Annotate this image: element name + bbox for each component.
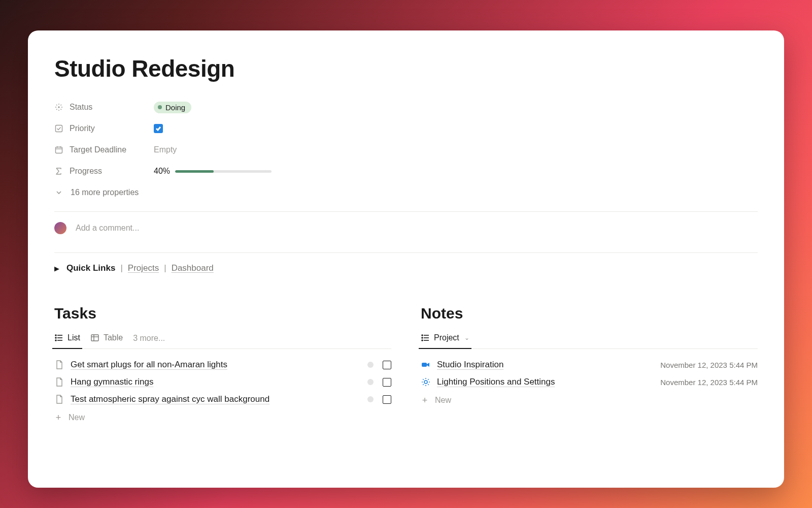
task-title[interactable]: Hang gymnastic rings <box>71 377 361 387</box>
note-date: November 12, 2023 5:44 PM <box>660 361 758 369</box>
plus-icon: + <box>54 414 62 422</box>
deadline-value[interactable]: Empty <box>154 145 177 154</box>
svg-line-37 <box>423 384 423 385</box>
chevron-down-icon: ⌄ <box>464 334 469 341</box>
priority-checkbox[interactable] <box>154 124 163 133</box>
new-task-button[interactable]: + New <box>54 408 391 427</box>
more-properties-label: 16 more properties <box>71 188 139 197</box>
svg-rect-10 <box>56 147 62 153</box>
tab-label: List <box>67 333 80 342</box>
notes-heading: Notes <box>421 305 758 322</box>
svg-point-27 <box>422 337 423 338</box>
page-title: Studio Redesign <box>54 55 758 82</box>
property-label: Priority <box>70 124 95 133</box>
quick-links-row: ▶ Quick Links | Projects | Dashboard <box>54 253 758 281</box>
property-priority[interactable]: Priority <box>54 118 758 139</box>
comment-row[interactable]: Add a comment... <box>54 212 758 244</box>
svg-line-6 <box>61 109 61 110</box>
note-list: Studio Inspiration November 12, 2023 5:4… <box>421 349 758 410</box>
tab-table[interactable]: Table <box>90 333 123 343</box>
quick-link-projects[interactable]: Projects <box>128 263 159 273</box>
quick-links-label[interactable]: Quick Links <box>66 263 115 273</box>
video-icon <box>421 360 431 370</box>
svg-line-36 <box>428 384 428 385</box>
task-checkbox[interactable] <box>383 395 391 404</box>
task-checkbox[interactable] <box>383 361 391 369</box>
properties-block: Status Doing Priority <box>54 97 758 203</box>
property-deadline[interactable]: Target Deadline Empty <box>54 139 758 161</box>
task-row[interactable]: Test atmospheric spray against cyc wall … <box>54 391 391 408</box>
task-status-icon <box>367 362 374 368</box>
avatar <box>54 222 66 234</box>
page-window: Studio Redesign Status Doing Pr <box>28 30 784 488</box>
calendar-icon <box>54 145 63 154</box>
quick-link-dashboard[interactable]: Dashboard <box>172 263 214 273</box>
toggle-arrow-icon[interactable]: ▶ <box>54 265 59 272</box>
notes-column: Notes Project ⌄ Studio Inspiration Novem… <box>421 305 758 427</box>
progress-value: 40% <box>154 167 170 176</box>
tab-label: Table <box>104 333 123 342</box>
tasks-heading: Tasks <box>54 305 391 322</box>
progress-bar <box>175 170 272 173</box>
page-icon <box>54 394 64 404</box>
svg-line-5 <box>56 105 57 105</box>
columns: Tasks List Table 3 more... Get smart plu… <box>54 305 758 427</box>
svg-point-28 <box>422 340 423 341</box>
chevron-down-icon <box>54 188 63 197</box>
task-status-icon <box>367 379 374 385</box>
status-dot-icon <box>158 105 162 109</box>
sigma-icon <box>54 167 63 176</box>
separator: | <box>164 263 166 273</box>
note-title[interactable]: Studio Inspiration <box>437 360 654 370</box>
notes-tabs: Project ⌄ <box>421 333 758 349</box>
plus-icon: + <box>421 396 429 404</box>
svg-line-38 <box>428 379 428 379</box>
new-note-button[interactable]: + New <box>421 391 758 410</box>
task-checkbox[interactable] <box>383 378 391 387</box>
svg-point-26 <box>422 335 423 336</box>
task-list: Get smart plugs for all non-Amaran light… <box>54 349 391 427</box>
property-label: Target Deadline <box>70 145 126 154</box>
progress-fill <box>175 170 214 173</box>
task-row[interactable]: Hang gymnastic rings <box>54 373 391 391</box>
svg-point-19 <box>55 340 56 341</box>
note-row[interactable]: Lighting Positions and Settings November… <box>421 373 758 391</box>
svg-point-30 <box>424 380 427 384</box>
new-label: New <box>435 396 451 405</box>
page-icon <box>54 360 64 370</box>
svg-line-8 <box>61 105 61 105</box>
more-properties-toggle[interactable]: 16 more properties <box>54 182 758 203</box>
note-date: November 12, 2023 5:44 PM <box>660 378 758 387</box>
tab-list[interactable]: List <box>54 333 80 343</box>
status-badge[interactable]: Doing <box>154 102 191 113</box>
svg-line-7 <box>56 109 57 110</box>
task-title[interactable]: Get smart plugs for all non-Amaran light… <box>71 360 361 370</box>
task-row[interactable]: Get smart plugs for all non-Amaran light… <box>54 356 391 373</box>
note-row[interactable]: Studio Inspiration November 12, 2023 5:4… <box>421 356 758 373</box>
sun-icon <box>421 377 431 387</box>
separator: | <box>120 263 122 273</box>
svg-point-18 <box>55 337 56 338</box>
property-label: Progress <box>70 167 102 176</box>
svg-point-17 <box>55 335 56 336</box>
svg-line-35 <box>423 379 423 379</box>
task-status-icon <box>367 396 374 402</box>
tabs-more[interactable]: 3 more... <box>133 334 165 343</box>
status-value: Doing <box>165 103 185 112</box>
tab-project[interactable]: Project ⌄ <box>421 333 469 343</box>
svg-rect-29 <box>422 363 427 367</box>
property-status[interactable]: Status Doing <box>54 97 758 118</box>
list-icon <box>421 333 430 342</box>
property-label: Status <box>70 103 92 112</box>
property-progress[interactable]: Progress 40% <box>54 161 758 182</box>
new-label: New <box>69 413 85 422</box>
tab-label: Project <box>434 333 459 342</box>
task-title[interactable]: Test atmospheric spray against cyc wall … <box>71 394 361 404</box>
svg-rect-20 <box>91 335 98 341</box>
tasks-column: Tasks List Table 3 more... Get smart plu… <box>54 305 391 427</box>
tasks-tabs: List Table 3 more... <box>54 333 391 349</box>
list-icon <box>54 333 63 342</box>
note-title[interactable]: Lighting Positions and Settings <box>437 377 654 387</box>
svg-rect-9 <box>56 125 62 132</box>
table-icon <box>90 333 99 342</box>
